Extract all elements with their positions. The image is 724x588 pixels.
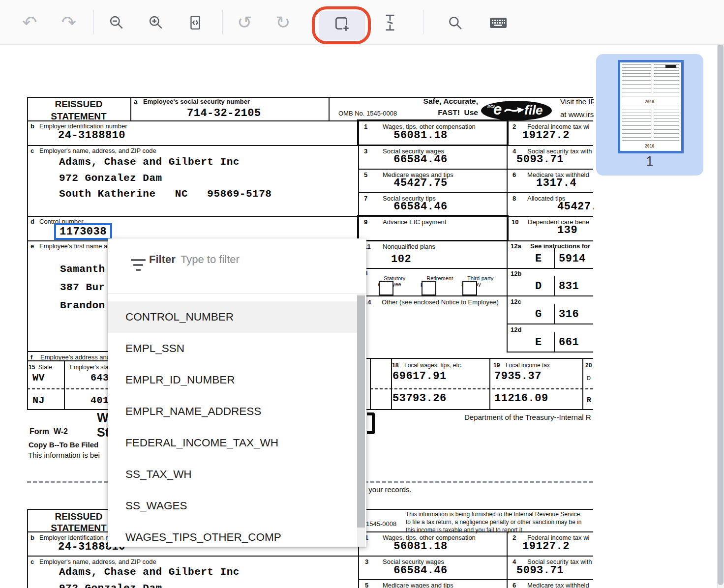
retirement-plan-checkbox [422, 281, 436, 295]
copy-b-text: Copy B--To Be Filed [29, 441, 98, 449]
thumbnail-line [654, 84, 679, 85]
employee-address-letter: f [30, 353, 32, 361]
box4b-num: 4 [513, 558, 516, 565]
employer2-label: Employer's name, address, and ZIP code [39, 558, 156, 565]
fit-width-icon [187, 15, 203, 30]
redo-button[interactable]: ↷ [57, 10, 81, 35]
form-grid-line [370, 388, 593, 389]
dropdown-item[interactable]: CONTROL_NUMBER [108, 301, 357, 333]
dropdown-item[interactable]: EMPLR_ID_NUMBER [108, 364, 357, 396]
thumbnail-year-top: 2010 [645, 100, 654, 104]
filter-placeholder: Type to filter [181, 253, 240, 266]
filter-input[interactable]: Filter Type to filter [108, 238, 366, 294]
document-canvas[interactable]: REISSUED STATEMENT a Employee's social s… [0, 0, 594, 588]
box5b-num: 5 [365, 582, 368, 588]
undo-icon: ↶ [22, 14, 37, 31]
box18-value2: 53793.26 [392, 392, 447, 405]
box9-num: 9 [364, 218, 367, 226]
thumbnail-line [622, 70, 651, 71]
box12a-value: 5914 [559, 253, 586, 265]
keyboard-button[interactable] [486, 10, 511, 35]
box19-value1: 7935.37 [494, 370, 542, 382]
form-grid-line [64, 360, 65, 410]
box7-value: 66584.46 [374, 201, 467, 213]
thumbnail-line [622, 92, 651, 92]
reissued-line2: STATEMENT [27, 111, 130, 122]
box4-num: 4 [513, 147, 516, 155]
box12b-value: 831 [559, 280, 579, 293]
form-grid-line [554, 276, 555, 296]
furnished-info-line3: this income is taxable and you fail to r… [406, 527, 524, 533]
box10-value: 139 [557, 224, 577, 236]
rotate-left-button[interactable]: ↺ [232, 10, 257, 35]
employer2-line1: Adams, Chase and Gilbert Inc [59, 566, 240, 578]
dropdown-item[interactable]: WAGES_TIPS_OTHER_COMP [108, 522, 357, 553]
box12a-label: See instructions for [530, 242, 590, 250]
page-thumbnail[interactable]: 2010 2010 [618, 60, 684, 153]
dropdown-item[interactable]: EMPL_SSN [108, 333, 357, 364]
zoom-in-button[interactable] [144, 10, 168, 35]
thumbnail-line [654, 110, 679, 110]
year-2010-fragment [367, 412, 375, 434]
thumbnail-line [622, 110, 651, 110]
employee-line1: Samanth [60, 264, 105, 275]
form-grid-line [27, 97, 28, 410]
dropdown-item[interactable]: EMPLR_NAME_ADDRESS [108, 396, 357, 427]
dropdown-scrollbar-thumb[interactable] [357, 295, 365, 528]
form-grid-line [582, 358, 583, 410]
dropdown-item[interactable]: FEDERAL_INCOME_TAX_WH [108, 427, 357, 459]
employer-line1: Adams, Chase and Gilbert Inc [59, 156, 240, 168]
thumbnail-line [654, 88, 679, 88]
box7-num: 7 [364, 195, 367, 202]
thumbnail-line [654, 76, 679, 77]
furnished-info-line2: to file a tax return, a negligence penal… [406, 519, 582, 526]
thumbnail-line [654, 137, 679, 138]
zoom-out-button[interactable] [104, 10, 129, 35]
efile-e-text: e [493, 101, 502, 118]
form-grid-line [130, 97, 131, 121]
reissued-line1: REISSUED [27, 99, 130, 110]
employer-letter: c [30, 147, 34, 154]
thumbnail-line [654, 125, 679, 126]
fit-width-button[interactable] [183, 10, 208, 35]
thumbnail-line [665, 65, 676, 68]
zoom-in-icon [148, 15, 164, 30]
toolbar-divider [93, 10, 94, 34]
window-scrollbar-thumb[interactable] [718, 44, 724, 585]
box20-num: 20 [585, 362, 592, 369]
resize-annotation-button[interactable] [378, 10, 402, 35]
records-fragment-text: r your records. [364, 485, 412, 494]
box5-num: 5 [364, 171, 367, 178]
employee-line3: Brandon [60, 300, 105, 311]
selected-field-annotation[interactable]: 1173038 [54, 223, 112, 240]
rotate-left-icon: ↺ [237, 14, 252, 31]
safe-line1: Safe, Accurate, [389, 97, 478, 106]
ein-label: Employer identification number [39, 122, 127, 130]
department-text: Department of the Treasury--Internal R [464, 413, 591, 421]
undo-button[interactable]: ↶ [17, 10, 42, 35]
form-w2-label: Form W-2 [30, 427, 68, 436]
toolbar-divider [222, 10, 223, 34]
box19-label: Local income tax [506, 362, 550, 369]
thumbnail-line [622, 80, 651, 81]
rotate-right-button[interactable]: ↻ [271, 10, 295, 35]
state-row-state: WV [32, 372, 45, 383]
employee-address-label: Employee's address and [40, 353, 110, 361]
box2-num: 2 [513, 123, 516, 130]
ssn-label: Employee's social security number [143, 98, 250, 105]
box20-locality2: R [587, 396, 592, 405]
furnished-info-line1: This information is being furnished to t… [406, 511, 582, 518]
dropdown-item[interactable]: SS_TAX_WH [108, 459, 357, 490]
search-button[interactable] [443, 10, 467, 35]
box11-label: Nonqualified plans [383, 243, 435, 250]
thumbnail-line [622, 88, 651, 88]
box6b-num: 6 [513, 582, 516, 588]
box12c-value: 316 [559, 308, 579, 321]
employee-line2: 387 Bur [60, 282, 105, 293]
dropdown-item[interactable]: SS_WAGES [108, 490, 357, 522]
thumbnail-line [622, 125, 651, 126]
thumbnail-line [622, 118, 651, 119]
box18-num: 18 [392, 362, 398, 369]
redo-icon: ↷ [61, 14, 76, 31]
form-grid-line [358, 268, 593, 269]
